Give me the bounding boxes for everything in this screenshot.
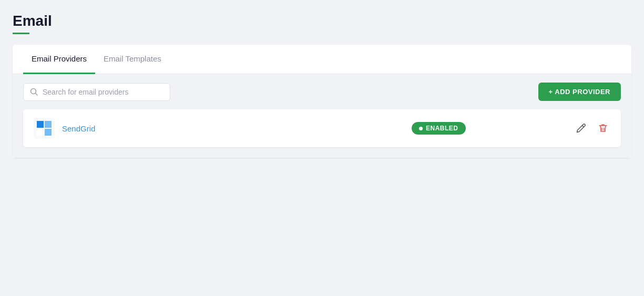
status-badge: ENABLED (412, 122, 466, 135)
edit-button[interactable] (574, 121, 588, 136)
edit-icon (576, 123, 586, 134)
delete-button[interactable] (596, 121, 610, 136)
tabs-row: Email Providers Email Templates (13, 45, 631, 74)
tab-email-templates[interactable]: Email Templates (95, 45, 170, 74)
status-label: ENABLED (426, 125, 458, 132)
provider-status: ENABLED (304, 122, 574, 135)
svg-rect-4 (45, 129, 52, 136)
svg-rect-5 (37, 129, 44, 136)
table-row: SendGrid ENABLED (23, 109, 621, 147)
tab-email-providers[interactable]: Email Providers (23, 45, 95, 74)
provider-actions (574, 121, 610, 136)
provider-info: SendGrid (34, 118, 304, 139)
status-dot (419, 127, 423, 130)
title-underline (13, 33, 29, 34)
add-provider-button[interactable]: + ADD PROVIDER (538, 83, 621, 101)
toolbar: + ADD PROVIDER (13, 74, 631, 109)
svg-rect-3 (37, 121, 44, 128)
trash-icon (598, 123, 608, 134)
search-icon (30, 88, 38, 96)
provider-logo (34, 118, 55, 139)
page-title: Email (13, 13, 631, 29)
sendgrid-logo-icon (34, 118, 55, 139)
search-wrapper (23, 83, 170, 101)
svg-rect-6 (45, 121, 52, 128)
search-input[interactable] (43, 88, 163, 96)
provider-name: SendGrid (62, 124, 95, 133)
main-card: Email Providers Email Templates + ADD PR… (13, 45, 631, 158)
providers-list: SendGrid ENABLED (13, 109, 631, 158)
svg-line-1 (36, 93, 38, 95)
